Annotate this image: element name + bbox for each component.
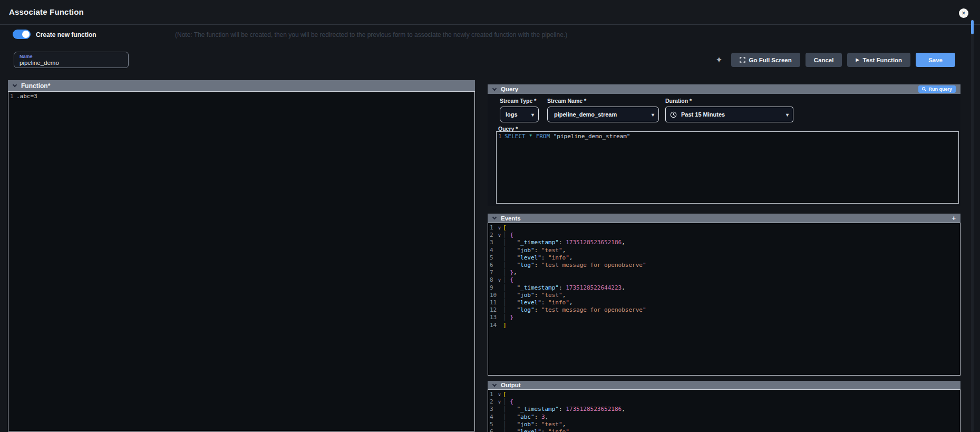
code-text: │ "log": "test message for openobserve" bbox=[503, 306, 646, 314]
code-text: │ { bbox=[503, 276, 513, 284]
line-number: 2 bbox=[488, 398, 496, 406]
line-number: 4 bbox=[488, 247, 496, 254]
events-json-editor[interactable]: 1∨[2∨│ {3│ "_timestamp": 173512852365218… bbox=[488, 223, 960, 376]
code-line: 2∨│ { bbox=[488, 398, 960, 406]
fold-spacer bbox=[496, 421, 503, 428]
fold-icon[interactable]: ∨ bbox=[496, 391, 503, 398]
create-new-function-toggle[interactable] bbox=[13, 30, 31, 39]
code-text: │ "_timestamp": 1735128523652186, bbox=[503, 239, 625, 246]
query-panel-header[interactable]: Query Run query bbox=[488, 84, 960, 94]
test-function-button[interactable]: ▶ Test Function bbox=[847, 53, 910, 67]
code-line: 6│ "level": "info", bbox=[488, 428, 960, 432]
chevron-down-icon bbox=[13, 83, 17, 87]
save-button[interactable]: Save bbox=[916, 53, 955, 67]
code-text: │ "job": "test", bbox=[503, 247, 566, 254]
code-text: SELECT * FROM "pipeline_demo_stream" bbox=[504, 133, 630, 140]
clock-icon bbox=[670, 111, 677, 118]
fold-icon[interactable]: ∨ bbox=[496, 398, 503, 406]
line-number: 4 bbox=[488, 414, 496, 421]
code-line: 4│ "job": "test", bbox=[488, 247, 960, 254]
code-line: 3│ "_timestamp": 1735128523652186, bbox=[488, 239, 960, 246]
search-icon bbox=[922, 87, 926, 91]
scrollbar-track[interactable] bbox=[971, 19, 974, 432]
toolbar: ✦ Go Full Screen Cancel ▶ Test Function … bbox=[715, 53, 955, 67]
code-text: │ }, bbox=[503, 269, 517, 276]
line-number: 1 bbox=[488, 224, 496, 232]
line-number: 3 bbox=[488, 239, 496, 246]
code-text: │ "_timestamp": 1735128522644223, bbox=[503, 284, 625, 292]
duration-select[interactable]: Past 15 Minutes ▾ bbox=[665, 107, 793, 122]
name-field-value: pipeline_demo bbox=[20, 60, 59, 66]
code-text: │ "job": "test", bbox=[503, 292, 566, 299]
fold-spacer bbox=[496, 254, 503, 262]
fold-spacer bbox=[496, 306, 503, 314]
fold-icon[interactable]: ∨ bbox=[496, 224, 503, 232]
close-icon: × bbox=[962, 9, 965, 17]
fold-icon[interactable]: ∨ bbox=[496, 276, 503, 284]
sql-query-editor[interactable]: 1SELECT * FROM "pipeline_demo_stream" bbox=[496, 131, 959, 204]
fold-spacer bbox=[496, 428, 503, 432]
toggle-note: (Note: The function will be created, the… bbox=[175, 31, 567, 39]
add-event-icon[interactable]: + bbox=[952, 215, 956, 222]
code-line: 3│ "_timestamp": 1735128523652186, bbox=[488, 406, 960, 413]
line-number: 10 bbox=[488, 292, 496, 299]
chevron-down-icon bbox=[492, 86, 497, 90]
run-query-button[interactable]: Run query bbox=[918, 85, 956, 93]
function-panel-header[interactable]: Function* bbox=[8, 80, 475, 91]
line-number: 1 bbox=[488, 391, 496, 398]
duration-label: Duration * bbox=[665, 98, 692, 104]
code-line: 5│ "job": "test", bbox=[488, 421, 960, 428]
code-text: [ bbox=[503, 224, 507, 232]
line-number: 1 bbox=[497, 133, 504, 140]
code-text: [ bbox=[503, 391, 507, 398]
name-field[interactable]: Name pipeline_demo bbox=[14, 52, 129, 68]
fold-spacer bbox=[496, 292, 503, 299]
line-number: 9 bbox=[488, 284, 496, 292]
stream-name-value: pipeline_demo_stream bbox=[554, 111, 617, 118]
code-line: 2∨│ { bbox=[488, 232, 960, 239]
fold-icon[interactable]: ∨ bbox=[496, 232, 503, 239]
line-number: 6 bbox=[488, 428, 496, 432]
sparkle-icon[interactable]: ✦ bbox=[715, 55, 722, 65]
function-panel-title: Function* bbox=[21, 82, 50, 90]
duration-value: Past 15 Minutes bbox=[681, 111, 725, 118]
line-number: 12 bbox=[488, 306, 496, 314]
fold-spacer bbox=[496, 322, 503, 329]
chevron-down-icon: ▾ bbox=[531, 112, 534, 118]
play-icon: ▶ bbox=[856, 57, 859, 62]
save-label: Save bbox=[928, 57, 943, 63]
fold-spacer bbox=[496, 406, 503, 413]
chevron-down-icon: ▾ bbox=[652, 112, 654, 118]
code-text: .abc=3 bbox=[16, 93, 37, 100]
events-panel-title: Events bbox=[501, 215, 521, 222]
code-text: │ } bbox=[503, 314, 513, 321]
go-full-screen-button[interactable]: Go Full Screen bbox=[731, 53, 800, 67]
stream-name-select[interactable]: pipeline_demo_stream ▾ bbox=[547, 107, 659, 122]
stream-type-select[interactable]: logs ▾ bbox=[500, 107, 539, 122]
code-line: 1SELECT * FROM "pipeline_demo_stream" bbox=[497, 133, 958, 140]
fullscreen-icon bbox=[740, 57, 745, 63]
code-line: 9│ "_timestamp": 1735128522644223, bbox=[488, 284, 960, 292]
cancel-button[interactable]: Cancel bbox=[806, 53, 842, 67]
function-code-editor[interactable]: 1.abc=3 bbox=[8, 91, 475, 431]
events-panel-header[interactable]: Events + bbox=[488, 214, 960, 223]
code-text: │ "log": "test message for openobserve" bbox=[503, 262, 646, 269]
scrollbar-thumb[interactable] bbox=[971, 20, 974, 34]
code-text: │ "job": "test", bbox=[503, 421, 566, 428]
line-number: 1 bbox=[8, 93, 16, 100]
line-number: 11 bbox=[488, 299, 496, 306]
output-panel-header[interactable]: Output bbox=[488, 381, 960, 389]
code-text: │ { bbox=[503, 398, 513, 406]
close-button[interactable]: × bbox=[959, 8, 968, 18]
fold-spacer bbox=[496, 414, 503, 421]
code-line: 7│ }, bbox=[488, 269, 960, 276]
code-line: 12│ "log": "test message for openobserve… bbox=[488, 306, 960, 314]
line-number: 3 bbox=[488, 406, 496, 413]
code-line: 10│ "job": "test", bbox=[488, 292, 960, 299]
chevron-down-icon: ▾ bbox=[786, 112, 789, 118]
code-line: 5│ "level": "info", bbox=[488, 254, 960, 262]
code-text: │ "_timestamp": 1735128523652186, bbox=[503, 406, 625, 413]
code-line: 13│ } bbox=[488, 314, 960, 321]
output-json-editor[interactable]: 1∨[2∨│ {3│ "_timestamp": 173512852365218… bbox=[488, 389, 960, 432]
code-line: 11│ "level": "info", bbox=[488, 299, 960, 306]
